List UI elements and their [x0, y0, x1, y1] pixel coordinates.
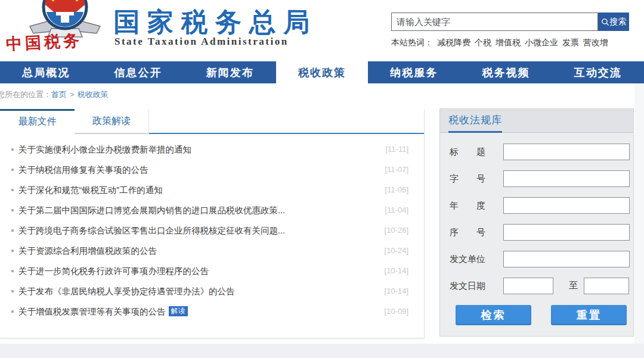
article-date: [11-07]	[385, 160, 408, 180]
form-button-row: 检索 重置	[456, 305, 633, 325]
article-link[interactable]: 关于深化和规范“银税互动”工作的通知	[18, 185, 163, 195]
tab-policy-interpretation[interactable]: 政策解读	[75, 109, 149, 134]
article-date: [11-11]	[385, 139, 408, 160]
article-link[interactable]: 关于实施便利小微企业办税缴费新举措的通知	[18, 145, 191, 154]
bullet-icon	[11, 290, 14, 292]
issue-date-to-input[interactable]	[584, 278, 629, 294]
article-link[interactable]: 关于纳税信用修复有关事项的公告	[18, 165, 148, 175]
title-field-input[interactable]	[503, 144, 630, 160]
nav-item-tax-service[interactable]: 纳税服务	[368, 61, 460, 83]
bullet-icon	[11, 310, 14, 313]
breadcrumb-prefix: 您所在的位置：	[0, 90, 51, 99]
article-date: [10-26]	[385, 220, 408, 241]
article-link[interactable]: 关于进一步简化税务行政许可事项办理程序的公告	[18, 266, 209, 276]
nav-item-news[interactable]: 新闻发布	[184, 61, 276, 83]
issue-date-field-label: 发文日期	[450, 278, 503, 294]
form-row-serial: 序 号	[450, 223, 633, 240]
article-row: 关于增值税发票管理等有关事项的公告解读 [10-09]	[0, 301, 424, 322]
article-date: [10-24]	[385, 241, 408, 261]
form-row-title: 标 题	[450, 143, 633, 160]
search-input[interactable]	[391, 13, 598, 31]
sidebar-header: 税收法规库	[440, 109, 633, 133]
tab-latest-documents[interactable]: 最新文件	[0, 109, 75, 134]
search-button[interactable]: 搜索	[598, 13, 629, 31]
main-nav: 总局概况 信息公开 新闻发布 税收政策 纳税服务 税务视频 互动交流	[0, 61, 644, 83]
issuing-unit-field-label: 发文单位	[450, 251, 503, 267]
article-row: 关于深化和规范“银税互动”工作的通知 [11-05]	[0, 180, 424, 200]
article-row: 关于实施便利小微企业办税缴费新举措的通知 [11-11]	[0, 139, 424, 160]
year-field-input[interactable]	[503, 197, 630, 214]
latest-documents-panel: 最新文件 政策解读 关于实施便利小微企业办税缴费新举措的通知 [11-11] 关…	[0, 109, 425, 338]
hot-word-link[interactable]: 增值税	[496, 38, 521, 47]
nav-item-info-disclosure[interactable]: 信息公开	[92, 61, 184, 83]
magnifier-icon	[601, 18, 609, 26]
date-to-label: 至	[569, 277, 578, 294]
site-subtitle-en: State Taxation Administration	[114, 36, 289, 48]
issue-date-from-input[interactable]	[503, 278, 553, 294]
doc-number-field-input[interactable]	[503, 170, 630, 187]
bullet-icon	[11, 189, 14, 191]
breadcrumb-home-link[interactable]: 首页	[51, 90, 67, 99]
site-title: 国家税务总局	[113, 5, 317, 40]
year-field-label: 年 度	[450, 197, 503, 214]
logo-caption: 中国税务	[5, 29, 105, 55]
search-button-label: 搜索	[610, 17, 627, 27]
form-row-issue-date: 发文日期至	[450, 277, 633, 294]
hot-words-label: 本站热词：	[391, 38, 433, 47]
tax-law-library-panel: 税收法规库 标 题 字 号 年 度 序 号 发文单位 发文日期至 检索 重置	[439, 108, 634, 337]
article-link[interactable]: 关于资源综合利用增值税政策的公告	[18, 246, 157, 256]
article-date: [11-05]	[385, 180, 408, 200]
article-date: [10-14]	[385, 281, 408, 301]
article-row: 关于第二届中国国际进口博览会展期内销售的进口展品税收优惠政策... [11-04…	[0, 200, 424, 220]
page: 中国税务 国家税务总局 State Taxation Administratio…	[0, 0, 644, 358]
hot-words-bar: 本站热词：减税降费个税增值税小微企业发票营改增	[391, 38, 608, 48]
sidebar-title: 税收法规库	[448, 109, 502, 133]
title-field-label: 标 题	[450, 144, 503, 160]
serial-field-label: 序 号	[450, 224, 503, 241]
article-list: 关于实施便利小微企业办税缴费新举措的通知 [11-11] 关于纳税信用修复有关事…	[0, 139, 424, 322]
bullet-icon	[11, 169, 14, 171]
hot-word-link[interactable]: 营改增	[583, 38, 608, 47]
article-date: [10-09]	[385, 301, 408, 322]
bullet-icon	[11, 229, 14, 232]
content-tab-strip: 最新文件 政策解读	[0, 109, 424, 134]
hot-word-link[interactable]: 发票	[562, 38, 579, 47]
site-header: 中国税务 国家税务总局 State Taxation Administratio…	[0, 0, 644, 61]
interpretation-badge[interactable]: 解读	[169, 306, 188, 316]
article-date: [11-04]	[385, 200, 408, 220]
article-link[interactable]: 关于跨境电子商务综合试验区零售出口企业所得税核定征收有关问题...	[18, 226, 285, 235]
article-row: 关于跨境电子商务综合试验区零售出口企业所得税核定征收有关问题... [10-26…	[0, 220, 424, 241]
serial-field-input[interactable]	[503, 224, 630, 241]
right-gutter	[634, 83, 644, 344]
site-logo[interactable]: 中国税务 国家税务总局 State Taxation Administratio…	[0, 0, 358, 61]
issuing-unit-field-input[interactable]	[503, 251, 630, 267]
tab-strip-filler	[149, 109, 424, 134]
article-date: [10-14]	[385, 261, 408, 281]
form-row-doc-number: 字 号	[450, 170, 633, 186]
breadcrumb: 您所在的位置：首页>税收政策	[0, 89, 109, 100]
article-row: 关于纳税信用修复有关事项的公告 [11-07]	[0, 160, 424, 180]
article-row: 关于资源综合利用增值税政策的公告 [10-24]	[0, 241, 424, 261]
bullet-icon	[11, 250, 14, 252]
article-link[interactable]: 关于发布《非居民纳税人享受协定待遇管理办法》的公告	[18, 287, 235, 296]
bullet-icon	[11, 270, 14, 272]
form-row-issuing-unit: 发文单位	[450, 250, 633, 267]
hot-word-link[interactable]: 小微企业	[525, 38, 558, 47]
nav-item-tax-video[interactable]: 税务视频	[460, 61, 552, 83]
hot-word-link[interactable]: 减税降费	[437, 38, 470, 47]
bullet-icon	[11, 209, 14, 211]
form-row-year: 年 度	[450, 197, 633, 213]
breadcrumb-separator: >	[70, 90, 75, 99]
reset-button[interactable]: 重置	[551, 305, 627, 325]
article-link[interactable]: 关于第二届中国国际进口博览会展期内销售的进口展品税收优惠政策...	[18, 206, 285, 215]
nav-item-interaction[interactable]: 互动交流	[552, 61, 644, 83]
article-row: 关于发布《非居民纳税人享受协定待遇管理办法》的公告 [10-14]	[0, 281, 424, 301]
article-row: 关于进一步简化税务行政许可事项办理程序的公告 [10-14]	[0, 261, 424, 281]
retrieve-button[interactable]: 检索	[456, 305, 531, 325]
bullet-icon	[11, 148, 14, 151]
nav-item-overview[interactable]: 总局概况	[0, 61, 92, 83]
nav-item-tax-policy[interactable]: 税收政策	[276, 61, 368, 83]
hot-word-link[interactable]: 个税	[475, 38, 491, 47]
doc-number-field-label: 字 号	[450, 170, 503, 187]
article-link[interactable]: 关于增值税发票管理等有关事项的公告	[18, 307, 166, 316]
